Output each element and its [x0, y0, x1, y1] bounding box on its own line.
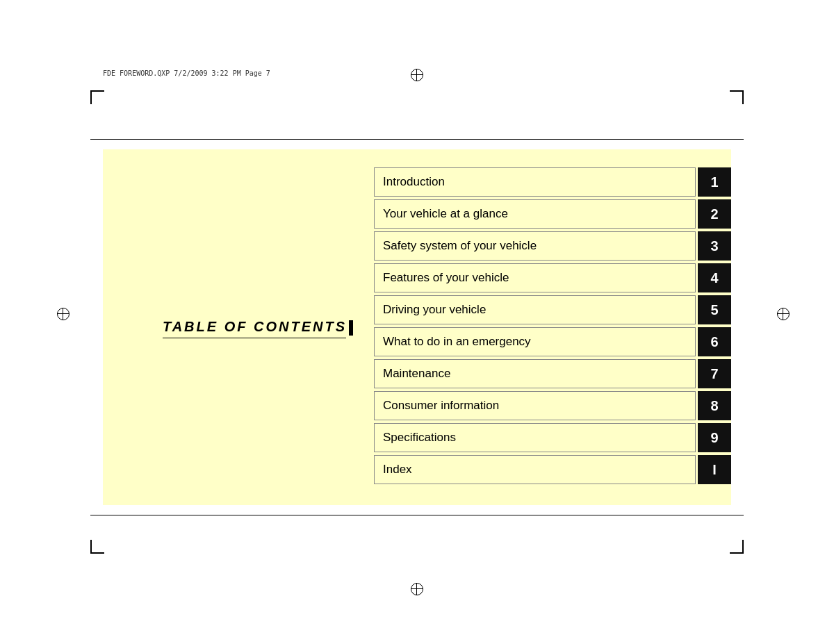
corner-mark-tr: [730, 90, 744, 104]
toc-number: 5: [698, 295, 731, 324]
top-rule: [90, 139, 744, 140]
toc-row[interactable]: What to do in an emergency6: [374, 327, 731, 356]
toc-row[interactable]: Specifications9: [374, 423, 731, 452]
toc-number: 2: [698, 199, 731, 229]
toc-label: Features of your vehicle: [374, 263, 696, 292]
toc-row[interactable]: Maintenance7: [374, 359, 731, 388]
corner-mark-bl: [90, 540, 104, 554]
toc-row[interactable]: Features of your vehicle4: [374, 263, 731, 292]
toc-label: Maintenance: [374, 359, 696, 388]
left-panel: TABLE OF CONTENTS: [103, 149, 374, 505]
toc-number: 3: [698, 231, 731, 261]
toc-label: Safety system of your vehicle: [374, 231, 696, 261]
toc-number: 1: [698, 167, 731, 197]
toc-title: TABLE OF CONTENTS: [163, 319, 353, 336]
toc-label: Index: [374, 455, 696, 484]
toc-row[interactable]: Safety system of your vehicle3: [374, 231, 731, 261]
toc-row[interactable]: Consumer information8: [374, 391, 731, 420]
toc-label: Consumer information: [374, 391, 696, 420]
toc-number: 4: [698, 263, 731, 292]
toc-number: I: [698, 455, 731, 484]
toc-list: Introduction1Your vehicle at a glance2Sa…: [374, 149, 731, 505]
toc-row[interactable]: Your vehicle at a glance2: [374, 199, 731, 229]
bottom-rule: [90, 515, 744, 515]
toc-label: Specifications: [374, 423, 696, 452]
corner-mark-br: [730, 540, 744, 554]
file-info: FDE FOREWORD.QXP 7/2/2009 3:22 PM Page 7: [103, 69, 270, 77]
toc-number: 9: [698, 423, 731, 452]
toc-label: Driving your vehicle: [374, 295, 696, 324]
toc-label: Introduction: [374, 167, 696, 197]
corner-mark-tl: [90, 90, 104, 104]
toc-row[interactable]: Introduction1: [374, 167, 731, 197]
toc-row[interactable]: IndexI: [374, 455, 731, 484]
toc-number: 8: [698, 391, 731, 420]
toc-label: Your vehicle at a glance: [374, 199, 696, 229]
toc-label: What to do in an emergency: [374, 327, 696, 356]
toc-row[interactable]: Driving your vehicle5: [374, 295, 731, 324]
toc-number: 6: [698, 327, 731, 356]
toc-number: 7: [698, 359, 731, 388]
main-content: TABLE OF CONTENTS Introduction1Your vehi…: [103, 149, 731, 505]
